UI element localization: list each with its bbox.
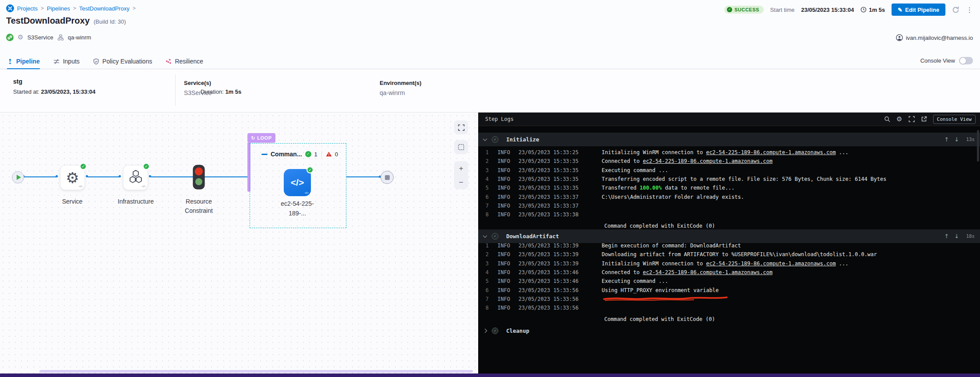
log-line-number: 6 (478, 194, 489, 200)
open-in-new-button[interactable] (921, 116, 927, 122)
loop-badge: ↻ LOOP (247, 133, 275, 143)
log-settings-button[interactable]: ⚙ (896, 115, 902, 123)
log-timestamp: 23/05/2023 15:33:56 (518, 305, 580, 311)
edge (88, 176, 120, 177)
log-text: data to remote file... (662, 185, 734, 191)
log-progress-value: 100.00% (640, 185, 662, 191)
infrastructure-node[interactable]: </> ✓ (123, 165, 148, 190)
service-value[interactable]: S3Service (184, 89, 212, 96)
service-node[interactable]: ⚙ </> ✓ (60, 165, 85, 190)
title-row: TestDownloadProxy (Build Id: 30) (6, 16, 126, 26)
log-section-initialize[interactable]: ✓ Initialize ↑ ↓ 13s (478, 133, 980, 146)
pencil-icon: ✎ (898, 7, 902, 13)
scroll-up-button[interactable]: ↑ (944, 233, 949, 240)
end-node[interactable] (381, 171, 394, 184)
service-tag[interactable]: S3Service (27, 34, 53, 41)
tab-resilience[interactable]: Resilience (165, 54, 203, 69)
log-timestamp: 23/05/2023 15:33:39 (518, 261, 580, 267)
breadcrumb-separator: > (73, 5, 76, 11)
connector-dot (56, 175, 58, 177)
breadcrumb-pipeline-name[interactable]: TestDownloadProxy (79, 5, 130, 12)
log-text: ... (836, 261, 849, 267)
log-timestamp: 23/05/2023 15:33:46 (518, 278, 580, 284)
log-line-number: 3 (478, 261, 489, 267)
edit-pipeline-button[interactable]: ✎ Edit Pipeline (892, 4, 945, 16)
expand-logs-button[interactable] (909, 116, 915, 122)
resource-constraint-node[interactable] (193, 165, 205, 191)
environment-value[interactable]: qa-winrm (380, 89, 421, 96)
command-completed-line: Command completed with ExitCode (0) (478, 315, 980, 324)
log-host-link[interactable]: ec2-54-225-189-86.compute-1.amazonaws.co… (706, 261, 835, 267)
stage-name[interactable]: stg (13, 78, 22, 85)
command-group-header[interactable]: Comman... ✓ 1 0 (261, 151, 338, 158)
log-level: INFO (497, 261, 513, 267)
log-line-number: 4 (478, 269, 489, 275)
log-section-cleanup[interactable]: ✓ Cleanup (478, 324, 980, 338)
scroll-up-button[interactable]: ↑ (944, 136, 949, 143)
harness-logo-icon[interactable] (6, 4, 14, 12)
hexagons-icon (127, 169, 145, 187)
command-group-title: Comman... (271, 151, 302, 158)
infrastructure-node-label: Infrastructure (109, 197, 162, 206)
canvas-horizontal-scrollbar[interactable] (39, 370, 473, 373)
log-level: INFO (497, 203, 513, 209)
tab-inputs[interactable]: Inputs (53, 54, 80, 69)
tab-policy-evaluations[interactable]: Policy Evaluations (93, 54, 152, 69)
breadcrumb-pipelines[interactable]: Pipelines (47, 5, 70, 12)
start-node[interactable] (12, 171, 24, 183)
section-duration: 18s (966, 233, 975, 239)
execution-status-bar: ✓ SUCCESS Start time 23/05/2023 15:33:04… (724, 4, 973, 16)
chevron-down-icon (483, 233, 487, 238)
log-text: Initializing WinRM connection to (602, 261, 706, 267)
scroll-down-button[interactable]: ↓ (954, 136, 959, 143)
log-host-link[interactable]: ec2-54-225-189-86.compute-1.amazonaws.co… (706, 149, 835, 155)
fit-to-screen-button[interactable] (454, 140, 468, 154)
console-view-button[interactable]: Console View (933, 115, 976, 124)
log-timestamp: 23/05/2023 15:33:37 (518, 194, 580, 200)
breadcrumb-projects[interactable]: Projects (17, 5, 38, 12)
log-line-number: 2 (478, 251, 489, 257)
fullscreen-button[interactable] (454, 120, 468, 134)
log-line-number: 1 (478, 243, 489, 249)
success-link-icon (6, 34, 14, 41)
refresh-button[interactable] (952, 6, 959, 14)
console-view-label: Console View (920, 57, 955, 64)
console-view-toggle[interactable] (959, 57, 973, 64)
log-level: INFO (497, 251, 513, 257)
log-timestamp: 23/05/2023 15:33:35 (518, 176, 580, 182)
clock-icon (860, 7, 867, 13)
edge (151, 176, 193, 177)
execution-graph-canvas[interactable]: ⚙ </> ✓ Service </> ✓ Infrastructure (0, 113, 478, 373)
log-level: INFO (497, 211, 513, 218)
search-logs-button[interactable] (884, 116, 890, 122)
log-line: 3 INFO 23/05/2023 15:33:39 Initializing … (478, 259, 980, 268)
log-host-link[interactable]: ec2-54-225-189-86.compute-1.amazonaws.co… (643, 158, 772, 164)
environments-label: Environment(s) (380, 80, 421, 86)
log-message: Begin execution of command: DownloadArti… (602, 243, 741, 249)
page-title: TestDownloadProxy (6, 16, 90, 26)
step-logs-header: Step Logs ⚙ Console View (478, 113, 980, 126)
log-timestamp: 23/05/2023 15:33:38 (518, 211, 580, 218)
log-line: 1 INFO 23/05/2023 15:33:25 Initializing … (478, 148, 980, 157)
collapse-icon[interactable] (261, 154, 268, 155)
stage-bottom-bar (0, 373, 980, 377)
log-message: Transferring encoded script to a remote … (602, 176, 886, 182)
user-icon (896, 34, 903, 41)
external-link-icon (921, 116, 927, 122)
log-vertical-scrollbar[interactable] (977, 130, 979, 162)
zoom-in-button[interactable]: + (454, 161, 468, 175)
console-view-toggle-wrap: Console View (920, 57, 973, 64)
warning-triangle-icon (326, 152, 332, 157)
log-level: INFO (497, 158, 513, 164)
log-host-link[interactable]: ec2-54-225-189-86.compute-1.amazonaws.co… (643, 269, 772, 275)
play-icon (17, 175, 21, 180)
more-options-button[interactable]: ⋮ (966, 6, 973, 14)
tab-pipeline[interactable]: Pipeline (7, 54, 40, 69)
scroll-down-button[interactable]: ↓ (954, 233, 959, 240)
environment-icon (57, 34, 64, 41)
zoom-out-button[interactable]: − (454, 175, 468, 189)
environment-tag[interactable]: qa-winrm (68, 34, 91, 41)
divider (175, 74, 176, 106)
log-text: Using HTTP_PROXY environment variable (602, 287, 719, 293)
command-step-node[interactable]: </> </> ✓ (284, 169, 311, 196)
